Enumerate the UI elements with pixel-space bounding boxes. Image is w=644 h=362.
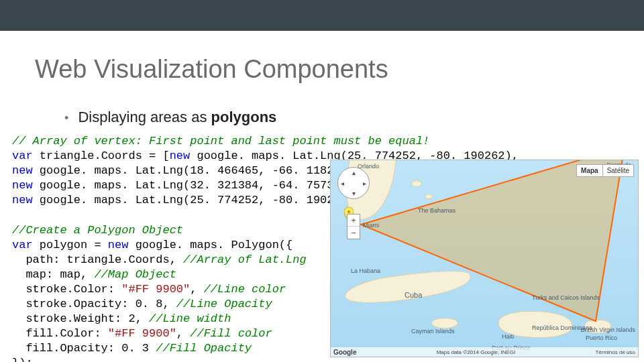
pan-right-icon[interactable]: ▸: [363, 180, 366, 187]
slide-top-bar: [0, 0, 644, 31]
code-text: stroke.Opacity: 0. 8,: [12, 298, 176, 310]
bullet-item: • Displaying areas as polygons: [64, 109, 276, 126]
code-keyword: var: [12, 149, 33, 162]
map-credit-text: Maps data ©2014 Google, INEGI: [437, 349, 516, 355]
code-text: google. maps. Lat.Lng(18. 466465, -66. 1…: [33, 164, 362, 177]
bullet-bold: polygons: [211, 109, 277, 125]
map-label: Turks and Caicos Islands: [532, 294, 600, 301]
pan-left-icon[interactable]: ◂: [341, 180, 344, 187]
map-embed[interactable]: Orlando Miami The Bahamas Bermuda La Hab…: [330, 160, 639, 357]
map-credit-bar: Google Maps data ©2014 Google, INEGI Tér…: [331, 347, 638, 357]
map-label: La Habana: [351, 267, 380, 274]
map-label: The Bahamas: [418, 207, 455, 214]
code-text: stroke.Color:: [12, 283, 121, 296]
code-string: "#FF 9900": [121, 283, 190, 296]
map-label: Cuba: [405, 291, 422, 299]
code-comment: //Map Object: [94, 268, 176, 281]
slide-title: Web Visualization Components: [35, 55, 388, 84]
code-text: });: [12, 357, 33, 362]
code-keyword: new: [12, 194, 33, 206]
map-type-satellite[interactable]: Satélite: [602, 164, 634, 177]
map-type-switcher: Mapa Satélite: [576, 164, 634, 177]
bullet-dot-icon: •: [64, 111, 68, 125]
code-keyword: new: [108, 239, 129, 251]
code-comment: //Create a Polygon Object: [12, 224, 183, 237]
code-comment: //Line color: [204, 283, 286, 296]
code-text: google. maps. Polygon({: [128, 239, 292, 251]
code-text: ,: [190, 283, 203, 296]
map-terms-link[interactable]: Términos de uso: [595, 349, 635, 355]
pan-up-icon[interactable]: ▴: [352, 169, 356, 176]
code-text: fill.Color:: [12, 327, 108, 340]
code-keyword: new: [12, 179, 33, 192]
code-keyword: var: [12, 239, 33, 251]
bullet-text: Displaying areas as: [78, 109, 211, 125]
map-pan-control[interactable]: ▴ ▾ ◂ ▸: [337, 167, 370, 199]
map-type-map[interactable]: Mapa: [576, 164, 602, 177]
code-keyword: new: [12, 164, 33, 177]
zoom-out-button[interactable]: −: [347, 227, 360, 239]
code-string: "#FF 9900": [108, 327, 176, 340]
code-text: path: triangle.Coords,: [12, 253, 183, 266]
code-text: stroke.Weight: 2,: [12, 312, 149, 325]
code-comment: //Line width: [149, 312, 231, 325]
map-label: Cayman Islands: [411, 328, 455, 335]
pan-down-icon[interactable]: ▾: [352, 190, 356, 197]
google-logo: Google: [333, 349, 356, 356]
zoom-in-button[interactable]: +: [347, 215, 360, 227]
map-label: British Virgin Islands: [581, 326, 635, 333]
code-comment: // Array of vertex: First point and last…: [12, 135, 429, 147]
code-comment: //Array of Lat.Lng: [183, 253, 307, 266]
code-text: ,: [176, 327, 190, 340]
code-text: polygon =: [33, 239, 108, 251]
map-zoom-control: + −: [347, 214, 360, 239]
code-comment: //Fill color: [190, 327, 272, 340]
map-label: Haiti: [502, 333, 514, 340]
map-label: Puerto Rico: [586, 335, 617, 341]
code-text: triangle.Coords = [: [33, 149, 170, 162]
code-comment: //Line Opacity: [176, 298, 272, 310]
code-text: map: map,: [12, 268, 94, 281]
code-text: google. maps. Lat.Lng(32. 321384, -64. 7…: [33, 179, 354, 192]
code-keyword: new: [170, 149, 191, 162]
code-text: fill.Opacity: 0. 3: [12, 342, 156, 355]
svg-point-1: [347, 210, 350, 213]
code-text: google. maps. Lat.Lng(25. 774252, -80. 1…: [33, 194, 368, 206]
code-comment: //Fill Opacity: [156, 342, 252, 355]
map-label: Miami: [363, 222, 379, 229]
